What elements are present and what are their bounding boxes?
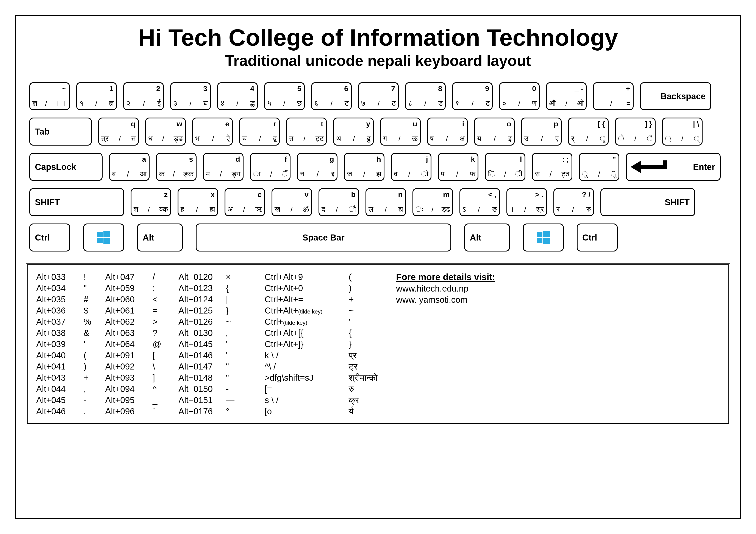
space-key[interactable]: Space Bar	[196, 223, 451, 251]
shift-right-key[interactable]: SHIFT	[600, 188, 695, 216]
key-row-5: Ctrl Alt Space Bar Alt	[29, 223, 727, 251]
key[interactable]: vख/ॐ	[272, 188, 312, 216]
key[interactable]: ] }े/ै	[615, 117, 656, 145]
key-top-label: 2	[156, 85, 160, 93]
key-bottom-right: फ	[470, 170, 475, 178]
ctrl-left-key[interactable]: Ctrl	[29, 223, 70, 251]
key[interactable]: ? /र/रु	[554, 188, 594, 216]
key-slash: /	[424, 99, 426, 108]
key[interactable]: dम/ङ्ग	[203, 153, 244, 181]
key-slash: /	[283, 99, 285, 108]
key[interactable]: 5५/छ	[264, 82, 305, 110]
alt-code-key: Ctrl+Alt+]}	[265, 339, 349, 350]
key-bottom-row: प/फ	[441, 170, 475, 178]
alt-right-key[interactable]: Alt	[464, 223, 510, 251]
key[interactable]: uग/ऊ	[380, 117, 421, 145]
key[interactable]: +/=	[593, 82, 634, 110]
key[interactable]: iष/क्ष	[427, 117, 468, 145]
alt-code-value: }	[226, 305, 265, 316]
key-top-label: o	[507, 120, 511, 128]
key[interactable]: 8८/ड	[405, 82, 446, 110]
key[interactable]: ~ज्ञ/। ।	[29, 82, 70, 110]
key-bottom-row: ७/ठ	[361, 99, 396, 108]
key[interactable]: eभ/ऐ	[192, 117, 233, 145]
key[interactable]: 1१/ज्ञ	[76, 82, 117, 110]
key-slash: /	[408, 170, 410, 178]
key-bottom-right: ड्ढ	[442, 205, 450, 214]
key-slash: /	[565, 99, 567, 108]
key[interactable]: "ु/ू	[579, 153, 619, 181]
key[interactable]: tत/ट्ट	[286, 117, 327, 145]
key[interactable]: rच/द्व	[239, 117, 280, 145]
key[interactable]: > .।/श्र	[506, 188, 547, 216]
key[interactable]: 4४/द्ध	[217, 82, 258, 110]
alt-code-value: &	[84, 327, 105, 339]
key[interactable]: hज/झ	[344, 153, 385, 181]
alt-code-value: र्य	[349, 406, 396, 417]
key[interactable]: 3३/घ	[170, 82, 211, 110]
key[interactable]: nल/द्य	[365, 188, 406, 216]
alt-code-value: ]	[152, 372, 178, 383]
key-bottom-row: ा/ँ	[253, 170, 287, 178]
key-bottom-left: ज्ञ	[32, 99, 37, 108]
key-top-label: 3	[203, 85, 207, 93]
key-bottom-row: ः/ड्ढ	[416, 205, 450, 214]
alt-code-value: ट्र	[349, 361, 396, 372]
key[interactable]: 0०/ण	[499, 82, 540, 110]
key[interactable]: cअ/ऋ	[225, 188, 265, 216]
key[interactable]: 7७/ठ	[358, 82, 399, 110]
key[interactable]: mः/ड्ढ	[413, 188, 453, 216]
enter-key[interactable]: Enter	[626, 153, 721, 181]
key[interactable]: wध/ड्ड	[145, 117, 186, 145]
key[interactable]: oय/इ	[474, 117, 515, 145]
key[interactable]: jव/ो	[391, 153, 431, 181]
key[interactable]: xह/ह्य	[177, 188, 218, 216]
tab-key[interactable]: Tab	[29, 117, 92, 145]
key[interactable]: 9९/ढ	[452, 82, 493, 110]
ctrl-right-key[interactable]: Ctrl	[577, 223, 618, 251]
key[interactable]: gन/द्द	[297, 153, 338, 181]
key-bottom-left: भ	[195, 134, 200, 143]
key[interactable]: zश/क्क	[131, 188, 171, 216]
key[interactable]: < ,ऽ/ङ	[459, 188, 500, 216]
key[interactable]: aब/आ	[109, 153, 149, 181]
key[interactable]: _ -औ/ओ	[546, 82, 587, 110]
key-bottom-right: ्	[694, 134, 700, 143]
windows-right-key[interactable]	[523, 223, 564, 251]
key[interactable]: | \्/्	[662, 117, 703, 145]
key-bottom-right: ृ	[600, 134, 606, 143]
alt-code-key: Alt+0147	[178, 361, 226, 372]
key-slash: /	[212, 135, 214, 143]
alt-code-row: Alt+059;	[105, 283, 178, 294]
key[interactable]: sक/ङ्क	[156, 153, 197, 181]
alt-left-key[interactable]: Alt	[137, 223, 183, 251]
key-bottom-left: स	[535, 170, 540, 178]
key-top-label: j	[426, 155, 428, 164]
capslock-key[interactable]: CapsLock	[29, 153, 103, 181]
key[interactable]: pउ/ए	[521, 117, 562, 145]
key[interactable]: : ;स/ट्ठ	[532, 153, 572, 181]
key[interactable]: 6६/ट	[311, 82, 352, 110]
key[interactable]: kप/फ	[438, 153, 478, 181]
key[interactable]: 2२/ई	[123, 82, 164, 110]
key[interactable]: lि/ी	[485, 153, 526, 181]
key-bottom-left: म	[206, 170, 210, 178]
key[interactable]: qत्र/त्त	[98, 117, 139, 145]
key[interactable]: fा/ँ	[250, 153, 290, 181]
alt-code-value: रु	[349, 383, 396, 394]
key[interactable]: bद/ौ	[318, 188, 359, 216]
key-top-label: h	[376, 155, 381, 164]
key[interactable]: yथ/ठ्ठ	[333, 117, 374, 145]
key-bottom-right: ठ्ठ	[367, 134, 371, 143]
key-bottom-left: ः	[416, 205, 423, 214]
alt-code-row: k \ /प्र	[265, 350, 396, 361]
shift-left-key[interactable]: SHIFT	[29, 188, 124, 216]
key-bottom-row: क/ङ्क	[159, 170, 194, 178]
alt-code-value: |	[226, 294, 265, 305]
alt-code-row: Alt+091[	[105, 350, 178, 361]
backspace-key[interactable]: Backspace	[640, 82, 711, 110]
key[interactable]: [ {र्/ृ	[568, 117, 608, 145]
key-slash: /	[220, 170, 222, 178]
windows-left-key[interactable]	[83, 223, 124, 251]
key-top-label: _ -	[575, 85, 583, 93]
